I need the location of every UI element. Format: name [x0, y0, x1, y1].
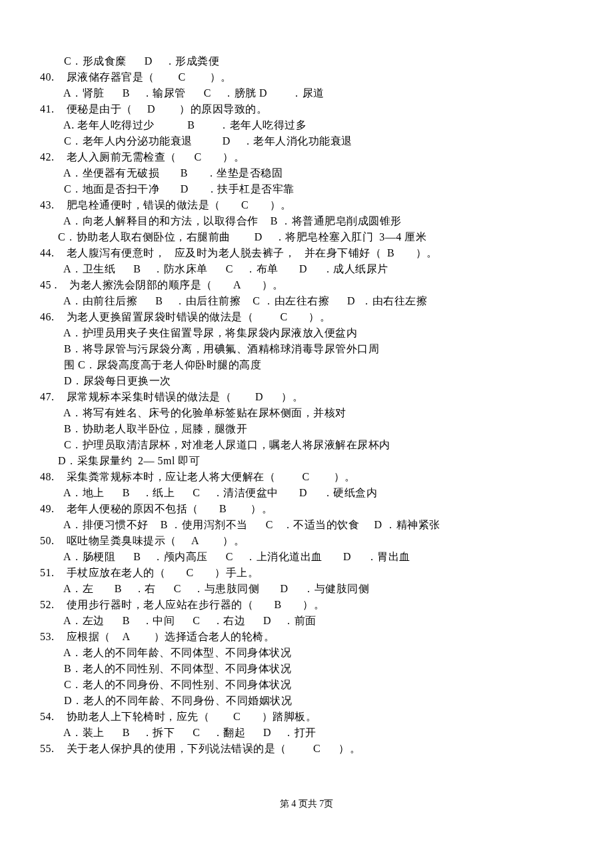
- text-line: 49. 老年人便秘的原因不包括（ B ）。: [40, 501, 573, 517]
- text-line: A．地上 B ．纸上 C ．清洁便盆中 D ．硬纸盒内: [40, 485, 573, 501]
- text-line: A．由前往后擦 B ．由后往前擦 C ．由左往右擦 D ．由右往左擦: [40, 293, 573, 309]
- text-line: 43. 肥皂栓通便时，错误的做法是（ C ）。: [40, 197, 573, 213]
- text-line: D．采集尿量约 2— 5ml 即可: [40, 453, 573, 469]
- document-body: C．形成食糜 D ．形成粪便40. 尿液储存器官是（ C ）。 A．肾脏 B ．…: [40, 53, 573, 757]
- text-line: C．协助老人取右侧卧位，右腿前曲 D ．将肥皂栓塞入肛门 3—4 厘米: [40, 229, 573, 245]
- text-line: A．装上 B ．拆下 C ．翻起 D ．打开: [40, 725, 573, 741]
- text-line: C．形成食糜 D ．形成粪便: [40, 53, 573, 69]
- text-line: 52. 使用步行器时，老人应站在步行器的（ B ）。: [40, 597, 573, 613]
- text-line: C．护理员取清洁尿杯，对准老人尿道口，嘱老人将尿液解在尿杯内: [40, 437, 573, 453]
- text-line: 55. 关于老人保护具的使用，下列说法错误的是（ C ）。: [40, 741, 573, 757]
- text-line: 47. 尿常规标本采集时错误的做法是（ D ）。: [40, 389, 573, 405]
- text-line: D．老人的不同年龄、不同身份、不同婚姻状况: [40, 693, 573, 709]
- text-line: 50. 呕吐物呈粪臭味提示（ A ）。: [40, 533, 573, 549]
- text-line: 45 . 为老人擦洗会阴部的顺序是（ A ）。: [40, 277, 573, 293]
- text-line: A．将写有姓名、床号的化验单标签贴在尿杯侧面，并核对: [40, 405, 573, 421]
- text-line: A．坐便器有无破损 B ．坐垫是否稳固: [40, 165, 573, 181]
- text-line: A．左边 B ．中间 C ．右边 D ．前面: [40, 613, 573, 629]
- page-number: 第 4 页共 7页: [280, 799, 334, 809]
- text-line: 42. 老人入厕前无需检查（ C ）。: [40, 149, 573, 165]
- text-line: A．护理员用夹子夹住留置导尿，将集尿袋内尿液放入便盆内: [40, 325, 573, 341]
- text-line: 54. 协助老人上下轮椅时，应先（ C ）踏脚板。: [40, 709, 573, 725]
- text-line: B．老人的不同性别、不同体型、不同身体状况: [40, 661, 573, 677]
- text-line: 41. 便秘是由于（ D ）的原因导致的。: [40, 101, 573, 117]
- text-line: B．将导尿管与污尿袋分离，用碘氟、酒精棉球消毒导尿管外口周: [40, 341, 573, 357]
- text-line: 51. 手杖应放在老人的（ C ）手上。: [40, 565, 573, 581]
- text-line: A．左 B ．右 C ．与患肢同侧 D ．与健肢同侧: [40, 581, 573, 597]
- text-line: 53. 应根据（ A ）选择适合老人的轮椅。: [40, 629, 573, 645]
- text-line: A．排便习惯不好 B ．使用泻剂不当 C ．不适当的饮食 D ．精神紧张: [40, 517, 573, 533]
- text-line: 围 C．尿袋高度高于老人仰卧时腿的高度: [40, 357, 573, 373]
- text-line: A．肠梗阻 B ．颅内高压 C ．上消化道出血 D ．胃出血: [40, 549, 573, 565]
- text-line: 40. 尿液储存器官是（ C ）。: [40, 69, 573, 85]
- text-line: 44. 老人腹泻有便意时， 应及时为老人脱去裤子， 并在身下铺好（ B ）。: [40, 245, 573, 261]
- text-line: A．肾脏 B ．输尿管 C ．膀胱 D ．尿道: [40, 85, 573, 101]
- text-line: B．协助老人取半卧位，屈膝，腿微开: [40, 421, 573, 437]
- text-line: A. 老年人吃得过少 B ．老年人吃得过多: [40, 117, 573, 133]
- text-line: 48. 采集粪常规标本时，应让老人将大便解在（ C ）。: [40, 469, 573, 485]
- text-line: 46. 为老人更换留置尿袋时错误的做法是（ C ）。: [40, 309, 573, 325]
- text-line: C．老人的不同身份、不同性别、不同身体状况: [40, 677, 573, 693]
- text-line: C．老年人内分泌功能衰退 D ．老年人消化功能衰退: [40, 133, 573, 149]
- text-line: A．卫生纸 B ．防水床单 C ．布单 D ．成人纸尿片: [40, 261, 573, 277]
- page-footer: 第 4 页共 7页: [40, 797, 573, 811]
- text-line: C．地面是否扫干净 D ．扶手杠是否牢靠: [40, 181, 573, 197]
- text-line: A．老人的不同年龄、不同体型、不同身体状况: [40, 645, 573, 661]
- text-line: D．尿袋每日更换一次: [40, 373, 573, 389]
- text-line: A．向老人解释目的和方法，以取得合作 B ．将普通肥皂削成圆锥形: [40, 213, 573, 229]
